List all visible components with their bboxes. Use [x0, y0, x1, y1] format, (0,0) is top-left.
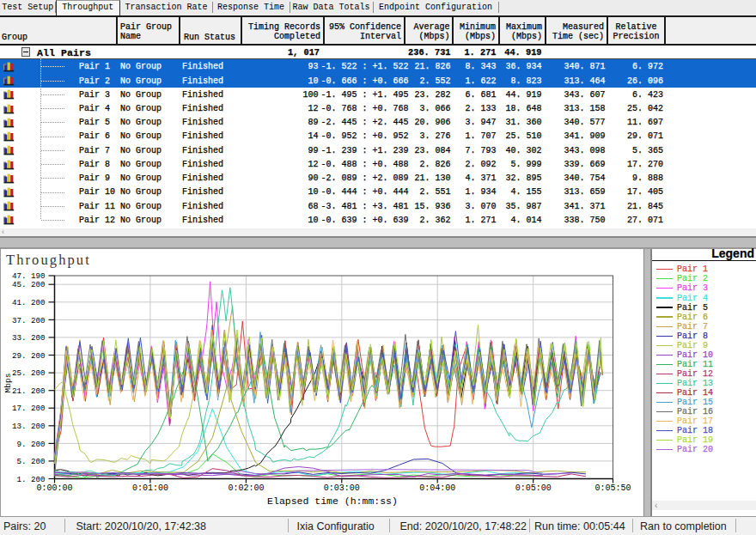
svg-text:Elapsed time (h:mm:ss): Elapsed time (h:mm:ss): [267, 495, 398, 507]
svg-text:Mbps: Mbps: [3, 374, 13, 393]
svg-text:9. 200: 9. 200: [16, 440, 45, 449]
svg-text:0:05:50: 0:05:50: [594, 483, 631, 493]
svg-text:0:02:00: 0:02:00: [228, 483, 264, 493]
svg-text:0:00:00: 0:00:00: [36, 483, 72, 493]
svg-text:33. 200: 33. 200: [12, 333, 46, 343]
svg-text:0:05:00: 0:05:00: [515, 483, 552, 493]
svg-text:0:03:00: 0:03:00: [324, 483, 360, 493]
svg-text:37. 200: 37. 200: [12, 316, 46, 325]
svg-text:5. 200: 5. 200: [16, 457, 45, 466]
svg-text:17. 200: 17. 200: [12, 404, 46, 413]
svg-text:25. 200: 25. 200: [12, 368, 46, 378]
svg-text:41. 200: 41. 200: [12, 298, 46, 307]
svg-text:0:01:00: 0:01:00: [132, 483, 168, 493]
svg-text:13. 200: 13. 200: [12, 422, 46, 431]
svg-text:45. 200: 45. 200: [12, 280, 46, 289]
svg-text:29. 200: 29. 200: [12, 351, 46, 361]
svg-text:21. 200: 21. 200: [12, 386, 46, 396]
svg-text:0:04:00: 0:04:00: [419, 483, 455, 493]
